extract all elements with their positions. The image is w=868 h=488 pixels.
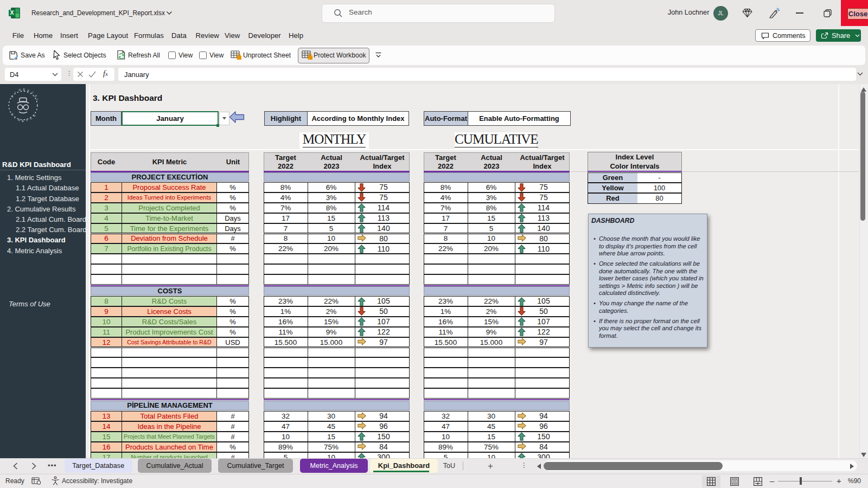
svg-text:L: L bbox=[36, 98, 40, 101]
svg-text:R: R bbox=[18, 118, 21, 122]
svg-text:E: E bbox=[34, 94, 38, 98]
svg-text:X: X bbox=[27, 89, 30, 93]
svg-text:E: E bbox=[33, 113, 36, 117]
svg-text:S: S bbox=[10, 112, 14, 116]
svg-text:S: S bbox=[10, 95, 14, 99]
svg-text:E: E bbox=[23, 88, 25, 91]
svg-text:E: E bbox=[22, 119, 24, 123]
svg-text:C: C bbox=[29, 116, 33, 120]
svg-text:R: R bbox=[18, 88, 21, 92]
svg-text:X: X bbox=[10, 9, 14, 16]
